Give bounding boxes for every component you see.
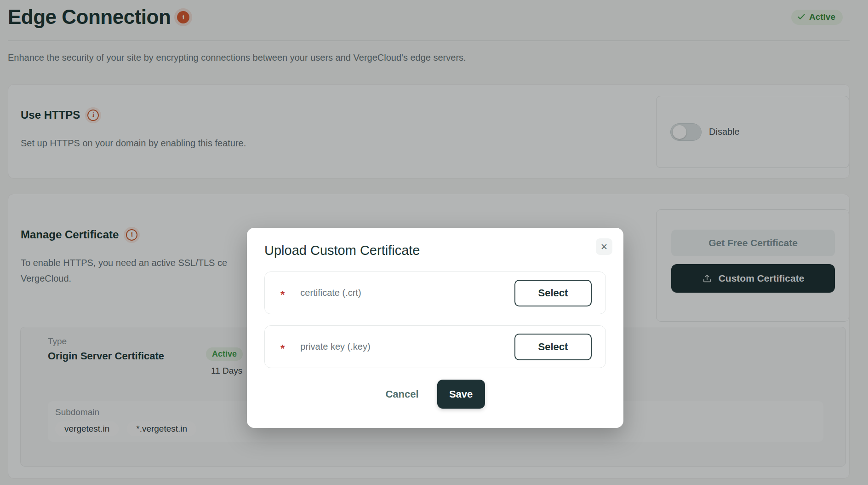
upload-custom-certificate-modal: Upload Custom Certificate ✕ * certificat… <box>247 228 623 428</box>
private-key-upload-row: * private key (.key) Select <box>264 325 606 368</box>
save-button[interactable]: Save <box>437 380 485 409</box>
select-certificate-button[interactable]: Select <box>514 280 592 306</box>
certificate-upload-row: * certificate (.crt) Select <box>264 271 606 314</box>
modal-footer: Cancel Save <box>247 380 623 409</box>
required-asterisk: * <box>280 289 285 300</box>
private-key-file-label: private key (.key) <box>300 341 370 352</box>
cancel-button[interactable]: Cancel <box>385 388 418 400</box>
modal-title: Upload Custom Certificate <box>264 243 420 258</box>
required-asterisk: * <box>280 343 285 354</box>
close-icon[interactable]: ✕ <box>596 238 612 255</box>
select-private-key-button[interactable]: Select <box>514 334 592 360</box>
certificate-file-label: certificate (.crt) <box>300 288 361 298</box>
